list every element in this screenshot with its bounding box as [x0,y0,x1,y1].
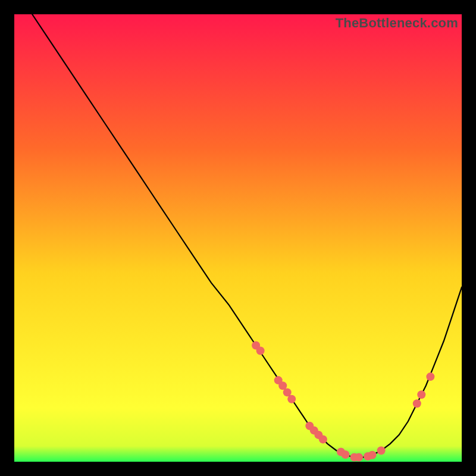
marker-dot [256,347,265,355]
marker-dot [287,395,296,403]
marker-dot [413,399,421,408]
marker-dot [368,451,377,459]
gradient-bg [14,14,462,462]
marker-dot [355,453,363,462]
marker-dot [417,390,425,399]
marker-dot [377,446,386,455]
marker-dot [319,435,327,443]
marker-dot [342,450,350,459]
bottleneck-chart [14,14,462,462]
chart-frame: TheBottleneck.com [14,14,462,462]
watermark-text: TheBottleneck.com [336,15,458,31]
marker-dot [426,372,434,381]
